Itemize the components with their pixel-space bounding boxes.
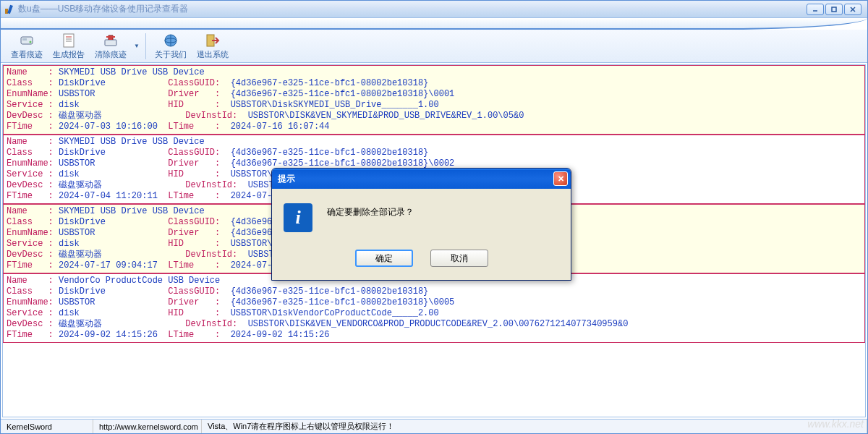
footer-tip: Vista、Win7请在程序图标上右键以管理员权限运行！ [202, 420, 867, 433]
footer-brand: KernelSword [1, 420, 93, 433]
exit-button[interactable]: 退出系统 [192, 31, 233, 61]
window-title: 数u盘——USB移动存储设备使用记录查看器 [18, 3, 807, 15]
statusbar: KernelSword http://www.kernelsword.com V… [1, 419, 867, 433]
maximize-button[interactable] [825, 4, 843, 15]
svg-rect-9 [64, 34, 74, 47]
confirm-dialog: 提示 ✕ i 确定要删除全部记录？ 确定 取消 [271, 168, 571, 281]
dialog-title-text: 提示 [278, 173, 553, 185]
clear-icon [103, 33, 119, 48]
dialog-body: i 确定要删除全部记录？ [272, 189, 571, 245]
info-icon: i [284, 203, 312, 232]
exit-icon [205, 33, 221, 48]
ok-button[interactable]: 确定 [355, 250, 413, 267]
toolbar: 查看痕迹 生成报告 清除痕迹 ▼ 关于我们 退出系统 [1, 30, 867, 63]
globe-icon [163, 33, 179, 48]
svg-rect-3 [832, 7, 836, 12]
app-icon [4, 4, 15, 15]
view-traces-button[interactable]: 查看痕迹 [7, 31, 47, 61]
footer-url[interactable]: http://www.kernelsword.com [93, 420, 202, 433]
svg-rect-1 [7, 4, 13, 14]
toolbar-separator [145, 33, 146, 59]
svg-rect-13 [105, 40, 116, 46]
svg-rect-7 [22, 38, 27, 41]
dialog-titlebar[interactable]: 提示 ✕ [272, 169, 571, 189]
drive-icon [19, 33, 35, 48]
gen-report-button[interactable]: 生成报告 [48, 31, 89, 61]
clear-traces-button[interactable]: 清除痕迹 [90, 31, 131, 61]
svg-point-8 [30, 41, 32, 43]
report-icon [61, 33, 77, 48]
chevron-down-icon[interactable]: ▼ [132, 35, 141, 56]
minimize-button[interactable] [807, 4, 824, 15]
device-record[interactable]: Name : SKYMEDI USB Drive USB DeviceClass… [3, 65, 865, 135]
dialog-close-button[interactable]: ✕ [553, 171, 568, 186]
ribbon-border [1, 18, 867, 30]
dialog-buttons: 确定 取消 [272, 245, 571, 280]
titlebar[interactable]: 数u盘——USB移动存储设备使用记录查看器 [1, 1, 867, 18]
dialog-message: 确定要删除全部记录？ [327, 203, 414, 218]
window-controls [807, 4, 864, 15]
device-record[interactable]: Name : VendorCo ProductCode USB DeviceCl… [3, 273, 865, 343]
close-button[interactable] [844, 4, 861, 15]
about-button[interactable]: 关于我们 [150, 31, 191, 61]
cancel-button[interactable]: 取消 [430, 250, 488, 267]
